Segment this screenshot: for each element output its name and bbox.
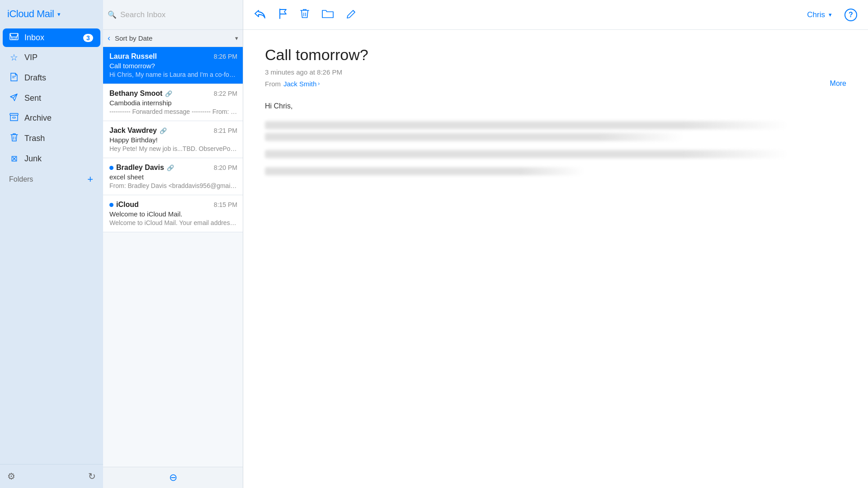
email-subject: excel sheet	[109, 173, 237, 181]
vip-icon: ☆	[9, 52, 19, 63]
sort-bar: ‹ Sort by Date ▾	[103, 30, 243, 47]
blurred-line	[265, 133, 684, 141]
email-list: Laura Russell 8:26 PM Call tomorrow? Hi …	[103, 47, 243, 467]
email-preview: Hey Pete! My new job is...TBD. ObservePo…	[109, 145, 237, 152]
email-time: 8:22 PM	[214, 90, 237, 97]
attachment-icon: 🔗	[160, 127, 167, 134]
svg-rect-3	[10, 113, 18, 115]
inbox-icon	[9, 33, 19, 42]
blurred-line	[265, 167, 585, 175]
email-greeting: Hi Chris,	[265, 100, 846, 112]
refresh-icon[interactable]: ↻	[88, 471, 96, 482]
email-time: 8:26 PM	[214, 53, 237, 60]
app-dropdown-icon[interactable]: ▾	[57, 11, 61, 18]
sent-icon	[9, 93, 19, 103]
more-button[interactable]: More	[830, 80, 846, 88]
email-blurred-block-3	[265, 167, 846, 175]
search-input[interactable]	[120, 10, 238, 19]
from-chevron-icon[interactable]: ›	[318, 80, 320, 87]
email-time: 8:20 PM	[214, 164, 237, 171]
archive-label: Archive	[24, 113, 93, 123]
app-header: iCloud Mail ▾	[0, 0, 103, 26]
filter-icon[interactable]: ⊖	[169, 472, 177, 483]
archive-icon	[9, 113, 19, 123]
move-to-folder-button[interactable]	[322, 9, 334, 21]
email-preview: ---------- Forwarded message --------- F…	[109, 108, 237, 115]
sidebar-item-inbox[interactable]: Inbox 3	[3, 28, 100, 47]
email-preview: From: Bradley Davis <braddavis956@gmail.…	[109, 182, 237, 189]
email-blurred-block-1	[265, 121, 846, 141]
email-sender: Bethany Smoot	[109, 89, 162, 98]
unread-indicator	[109, 203, 113, 207]
help-button[interactable]: ?	[844, 9, 857, 21]
email-subject: Happy Birthday!	[109, 136, 237, 144]
email-sender: Bradley Davis	[116, 164, 164, 172]
compose-button[interactable]	[346, 8, 357, 22]
sidebar: iCloud Mail ▾ Inbox 3 ☆ VIP	[0, 0, 103, 488]
user-dropdown-icon[interactable]: ▾	[829, 11, 832, 18]
folders-label: Folders	[9, 175, 87, 183]
back-icon[interactable]: ‹	[108, 33, 110, 43]
email-item[interactable]: iCloud 8:15 PM Welcome to iCloud Mail. W…	[103, 195, 243, 232]
unread-indicator	[109, 166, 113, 170]
sidebar-item-vip[interactable]: ☆ VIP	[3, 47, 100, 67]
search-icon: 🔍	[108, 10, 117, 19]
junk-label: Junk	[24, 154, 93, 164]
email-time: 8:15 PM	[214, 201, 237, 208]
sidebar-item-archive[interactable]: Archive	[3, 108, 100, 128]
email-item[interactable]: Jack Vawdrey 🔗 8:21 PM Happy Birthday! H…	[103, 121, 243, 158]
email-item[interactable]: Bethany Smoot 🔗 8:22 PM Cambodia interns…	[103, 84, 243, 121]
from-label: From	[265, 80, 281, 88]
from-name[interactable]: Jack Smith	[283, 80, 316, 88]
email-preview: Hi Chris, My name is Laura and I'm a co-…	[109, 71, 237, 78]
sidebar-footer: ⚙ ↻	[0, 464, 103, 488]
folders-header: Folders +	[3, 170, 100, 187]
blurred-line	[265, 121, 788, 129]
email-content-title: Call tomorrow?	[265, 46, 846, 64]
email-subject: Call tomorrow?	[109, 62, 237, 70]
email-blurred-block-2	[265, 150, 846, 158]
email-sender: Laura Russell	[109, 52, 157, 61]
sort-label: Sort by Date	[115, 34, 232, 42]
svg-rect-4	[13, 117, 15, 118]
delete-button[interactable]	[300, 8, 309, 22]
drafts-icon	[9, 72, 19, 84]
user-name[interactable]: Chris	[807, 10, 825, 19]
sidebar-item-sent[interactable]: Sent	[3, 89, 100, 108]
email-item[interactable]: Laura Russell 8:26 PM Call tomorrow? Hi …	[103, 47, 243, 84]
attachment-icon: 🔗	[165, 90, 172, 97]
inbox-label: Inbox	[24, 33, 78, 42]
sidebar-item-junk[interactable]: ⊠ Junk	[3, 149, 100, 168]
svg-line-10	[353, 10, 355, 12]
user-section: Chris ▾	[807, 10, 832, 19]
reply-button[interactable]	[254, 9, 266, 21]
blurred-line	[265, 150, 788, 158]
email-content-timestamp: 3 minutes ago at 8:26 PM	[265, 68, 846, 76]
email-item[interactable]: Bradley Davis 🔗 8:20 PM excel sheet From…	[103, 158, 243, 195]
sidebar-item-drafts[interactable]: Drafts	[3, 68, 100, 88]
content-toolbar: Chris ▾ ?	[243, 0, 868, 30]
email-content-panel: Chris ▾ ? Call tomorrow? 3 minutes ago a…	[243, 0, 868, 488]
sidebar-item-trash[interactable]: Trash	[3, 128, 100, 149]
attachment-icon: 🔗	[167, 164, 174, 171]
email-list-panel: 🔍 ‹ Sort by Date ▾ Laura Russell 8:26 PM…	[103, 0, 243, 488]
drafts-label: Drafts	[24, 73, 93, 83]
email-time: 8:21 PM	[214, 127, 237, 134]
sort-chevron-icon[interactable]: ▾	[235, 35, 238, 42]
search-bar: 🔍	[103, 0, 243, 30]
trash-label: Trash	[24, 134, 93, 143]
flag-button[interactable]	[278, 8, 288, 22]
email-from-row: From Jack Smith › More	[265, 80, 846, 88]
email-subject: Welcome to iCloud Mail.	[109, 210, 237, 218]
email-content-body: Call tomorrow? 3 minutes ago at 8:26 PM …	[243, 30, 868, 488]
settings-icon[interactable]: ⚙	[7, 471, 15, 482]
trash-icon	[9, 133, 19, 144]
email-preview: Welcome to iCloud Mail. Your email addre…	[109, 219, 237, 226]
email-list-footer: ⊖	[103, 467, 243, 488]
junk-icon: ⊠	[9, 154, 19, 164]
app-logo: iCloud Mail	[7, 8, 54, 20]
email-body: Hi Chris,	[265, 100, 846, 175]
add-folder-button[interactable]: +	[87, 174, 93, 184]
sent-label: Sent	[24, 94, 93, 103]
sidebar-nav: Inbox 3 ☆ VIP Drafts	[0, 26, 103, 464]
